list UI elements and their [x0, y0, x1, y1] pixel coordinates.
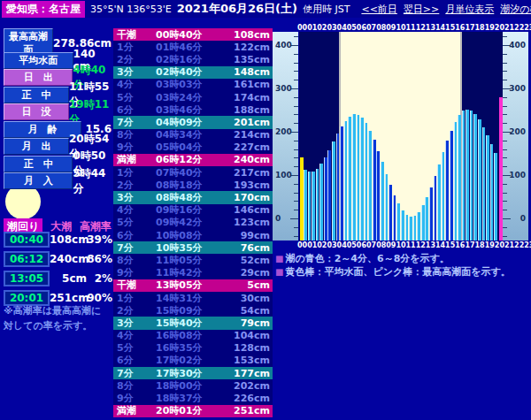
axis-tick	[294, 71, 298, 72]
phase-cell: 4分	[113, 203, 156, 217]
axis-label: 200	[509, 127, 526, 136]
phase-cell: 8分	[113, 379, 156, 393]
axis-tick	[294, 227, 298, 228]
time-cell: 04時09分	[156, 116, 227, 129]
tide-bar	[429, 187, 433, 241]
axis-tick	[503, 184, 507, 185]
header-link[interactable]: 月単位表示	[445, 3, 494, 16]
tide-bar	[327, 150, 331, 241]
height-cell: 202cm	[227, 380, 273, 392]
tide-bar	[478, 119, 481, 241]
legend-bullet-icon: ■	[275, 254, 283, 263]
time-cell: 02時40分	[156, 65, 227, 79]
time-cell: 15時40分	[156, 317, 227, 330]
axis-tick	[294, 149, 298, 150]
full-moon-icon	[5, 184, 41, 219]
table-row: 4分03時03分161cm	[113, 79, 273, 91]
table-row: 5分16時35分128cm	[113, 342, 273, 355]
tide-bar	[316, 169, 319, 241]
axis-tick	[294, 236, 298, 237]
tide-event-time: 13:05	[4, 271, 50, 286]
table-row: 3分02時40分148cm	[113, 66, 273, 79]
info-value: 5時44分	[73, 166, 112, 196]
tide-bar	[389, 185, 392, 241]
tide-event-row: 13:055cm2%	[4, 270, 112, 286]
tide-bar	[393, 195, 396, 241]
height-cell: 148cm	[227, 66, 273, 78]
height-cell: 99cm	[227, 230, 273, 241]
tide-event-time: 00:40	[4, 232, 50, 248]
height-cell: 240cm	[227, 154, 273, 165]
tide-bar	[324, 157, 327, 241]
sidebar: 潮回り 大潮 高潮率 最高高潮面278.86cm平均水面140 cm日 出4時4…	[0, 18, 113, 420]
phase-cell: 6分	[113, 103, 156, 117]
hour-label: 13	[426, 241, 435, 250]
tide-bar	[312, 172, 315, 241]
hour-label: 06	[357, 241, 366, 250]
table-row: 5分09時42分123cm	[113, 217, 273, 229]
hour-label: 17	[465, 241, 474, 250]
tide-bar	[405, 215, 409, 241]
tide-bar	[473, 114, 477, 241]
phase-cell: 9分	[113, 141, 156, 154]
table-row: 6分17時02分153cm	[113, 355, 273, 367]
phase-cell: 5分	[113, 216, 156, 229]
info-row: 日 没19時11分	[4, 104, 112, 119]
axis-tick	[503, 54, 507, 55]
axis-tick	[294, 97, 298, 98]
height-cell: 177cm	[227, 368, 273, 379]
time-cell: 05時04分	[156, 141, 227, 154]
tide-bar	[409, 217, 412, 241]
time-cell: 16時35分	[156, 341, 227, 355]
tide-event-rate: 86%	[87, 253, 112, 265]
info-row: 月 入5時44分	[4, 173, 112, 188]
time-cell: 00時40分	[156, 28, 227, 42]
time-cell: 15時09分	[156, 304, 227, 317]
tide-bar	[385, 174, 389, 241]
mean-water-bar	[300, 157, 304, 241]
coordinates-label: 35°5'N 136°53'E	[90, 4, 172, 15]
height-cell: 170cm	[227, 192, 273, 203]
axis-label: 200	[275, 127, 292, 136]
time-cell: 18時00分	[156, 379, 227, 393]
phase-cell: 7分	[113, 241, 156, 255]
table-row: 8分18時00分202cm	[113, 379, 273, 392]
header-link[interactable]: 翌日>>	[404, 3, 439, 16]
legend-line: ■黄色棒：平均水面、ピンク棒：最高高潮面を示す。	[275, 265, 511, 279]
tide-event-time: 20:01	[4, 290, 50, 306]
phase-cell: 7分	[113, 367, 156, 380]
plot-area	[299, 32, 503, 241]
table-row: 8分04時34分214cm	[113, 129, 273, 141]
hour-label: 04	[337, 241, 347, 250]
time-cell: 09時16分	[156, 203, 227, 217]
axis-tick	[503, 97, 507, 98]
time-cell: 13時05分	[156, 279, 227, 292]
legend-text: 黄色棒：平均水面、ピンク棒：最高高潮面を示す。	[285, 266, 510, 278]
tide-page: 愛知県：名古屋 35°5'N 136°53'E 2021年06月26日(土) 使…	[0, 0, 531, 420]
y-axis-left: 0100200300400	[273, 32, 298, 241]
header-link[interactable]: <<前日	[361, 3, 396, 16]
axis-tick	[294, 106, 298, 107]
date-label: 2021年06月26日(土)	[177, 1, 297, 17]
highest-water-bar	[499, 97, 503, 241]
hour-label: 05	[347, 241, 357, 250]
height-cell: 122cm	[227, 42, 273, 53]
tide-bar	[466, 110, 469, 241]
header-bar: 愛知県：名古屋 35°5'N 136°53'E 2021年06月26日(土) 使…	[0, 0, 531, 18]
axis-tick	[503, 166, 507, 167]
time-cell: 17時30分	[156, 367, 227, 380]
tide-bar	[490, 144, 494, 241]
phase-cell: 9分	[113, 392, 156, 405]
axis-tick	[503, 210, 507, 210]
phase-cell: 3分	[113, 317, 156, 330]
height-cell: 217cm	[227, 167, 273, 179]
phase-cell: 7分	[113, 116, 156, 129]
axis-label: 300	[275, 84, 292, 93]
tide-bar	[458, 115, 461, 241]
header-link[interactable]: 潮汐の概要	[500, 3, 531, 16]
tide-bar	[376, 151, 380, 241]
location-label: 愛知県：名古屋	[2, 1, 85, 18]
height-cell: 251cm	[227, 405, 273, 416]
info-label: 平均水面	[4, 52, 73, 69]
height-cell: 146cm	[227, 204, 273, 216]
